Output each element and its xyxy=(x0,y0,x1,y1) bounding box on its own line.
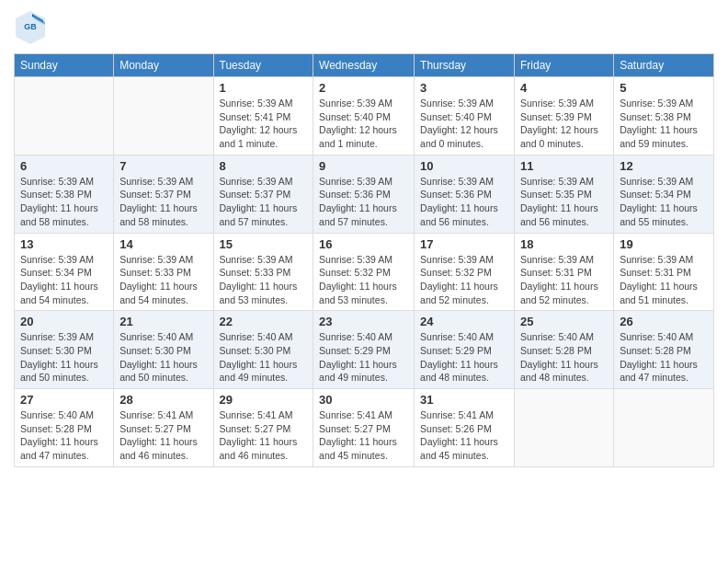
calendar-cell: 15Sunrise: 5:39 AM Sunset: 5:33 PM Dayli… xyxy=(213,233,313,311)
calendar-cell: 28Sunrise: 5:41 AM Sunset: 5:27 PM Dayli… xyxy=(114,389,213,467)
calendar-week-row: 1Sunrise: 5:39 AM Sunset: 5:41 PM Daylig… xyxy=(15,77,714,155)
day-of-week-header: Saturday xyxy=(614,54,714,77)
day-info: Sunrise: 5:39 AM Sunset: 5:34 PM Dayligh… xyxy=(20,253,108,307)
calendar-cell xyxy=(614,389,714,467)
page-header: GB xyxy=(14,9,714,46)
day-number: 24 xyxy=(420,315,508,328)
day-info: Sunrise: 5:41 AM Sunset: 5:26 PM Dayligh… xyxy=(420,408,508,463)
day-number: 15 xyxy=(220,237,308,251)
calendar-cell: 1Sunrise: 5:39 AM Sunset: 5:41 PM Daylig… xyxy=(213,77,313,155)
day-number: 13 xyxy=(20,237,108,251)
day-info: Sunrise: 5:39 AM Sunset: 5:39 PM Dayligh… xyxy=(520,97,608,151)
day-info: Sunrise: 5:39 AM Sunset: 5:35 PM Dayligh… xyxy=(520,175,608,229)
day-info: Sunrise: 5:39 AM Sunset: 5:37 PM Dayligh… xyxy=(119,175,207,229)
day-number: 20 xyxy=(20,315,108,328)
day-of-week-header: Tuesday xyxy=(213,54,313,77)
day-info: Sunrise: 5:39 AM Sunset: 5:41 PM Dayligh… xyxy=(220,97,308,151)
calendar-cell: 26Sunrise: 5:40 AM Sunset: 5:28 PM Dayli… xyxy=(614,311,714,389)
day-info: Sunrise: 5:39 AM Sunset: 5:36 PM Dayligh… xyxy=(319,175,408,229)
calendar-cell: 25Sunrise: 5:40 AM Sunset: 5:28 PM Dayli… xyxy=(515,311,614,389)
day-number: 22 xyxy=(220,315,308,328)
calendar-cell: 29Sunrise: 5:41 AM Sunset: 5:27 PM Dayli… xyxy=(213,389,313,467)
calendar-cell xyxy=(515,389,614,467)
calendar-cell: 12Sunrise: 5:39 AM Sunset: 5:34 PM Dayli… xyxy=(614,155,714,233)
day-info: Sunrise: 5:40 AM Sunset: 5:30 PM Dayligh… xyxy=(119,330,207,385)
day-number: 10 xyxy=(420,159,508,173)
day-info: Sunrise: 5:39 AM Sunset: 5:40 PM Dayligh… xyxy=(420,97,508,151)
calendar-cell: 20Sunrise: 5:39 AM Sunset: 5:30 PM Dayli… xyxy=(15,311,114,389)
day-number: 11 xyxy=(520,159,608,173)
calendar-cell: 2Sunrise: 5:39 AM Sunset: 5:40 PM Daylig… xyxy=(313,77,415,155)
day-number: 27 xyxy=(20,393,108,407)
day-of-week-header: Wednesday xyxy=(313,54,415,77)
day-info: Sunrise: 5:40 AM Sunset: 5:29 PM Dayligh… xyxy=(420,330,508,385)
day-of-week-header: Monday xyxy=(114,54,213,77)
calendar-week-row: 6Sunrise: 5:39 AM Sunset: 5:38 PM Daylig… xyxy=(15,155,714,233)
day-info: Sunrise: 5:40 AM Sunset: 5:28 PM Dayligh… xyxy=(520,330,608,385)
calendar-cell xyxy=(114,77,213,155)
calendar-cell: 21Sunrise: 5:40 AM Sunset: 5:30 PM Dayli… xyxy=(114,311,213,389)
calendar-cell: 19Sunrise: 5:39 AM Sunset: 5:31 PM Dayli… xyxy=(614,233,714,311)
calendar-cell: 27Sunrise: 5:40 AM Sunset: 5:28 PM Dayli… xyxy=(15,389,114,467)
day-number: 28 xyxy=(119,393,207,407)
day-info: Sunrise: 5:40 AM Sunset: 5:28 PM Dayligh… xyxy=(20,408,108,463)
calendar-cell: 13Sunrise: 5:39 AM Sunset: 5:34 PM Dayli… xyxy=(15,233,114,311)
day-info: Sunrise: 5:39 AM Sunset: 5:34 PM Dayligh… xyxy=(620,175,708,229)
calendar-cell: 10Sunrise: 5:39 AM Sunset: 5:36 PM Dayli… xyxy=(415,155,515,233)
day-number: 8 xyxy=(220,159,308,173)
day-info: Sunrise: 5:40 AM Sunset: 5:28 PM Dayligh… xyxy=(620,330,708,385)
day-number: 7 xyxy=(119,159,207,173)
day-number: 25 xyxy=(520,315,608,328)
day-info: Sunrise: 5:39 AM Sunset: 5:31 PM Dayligh… xyxy=(520,253,608,307)
day-number: 26 xyxy=(620,315,708,328)
calendar-cell xyxy=(15,77,114,155)
day-info: Sunrise: 5:41 AM Sunset: 5:27 PM Dayligh… xyxy=(319,408,408,463)
day-info: Sunrise: 5:41 AM Sunset: 5:27 PM Dayligh… xyxy=(220,408,308,463)
calendar-cell: 5Sunrise: 5:39 AM Sunset: 5:38 PM Daylig… xyxy=(614,77,714,155)
day-info: Sunrise: 5:39 AM Sunset: 5:32 PM Dayligh… xyxy=(319,253,408,307)
calendar-cell: 17Sunrise: 5:39 AM Sunset: 5:32 PM Dayli… xyxy=(415,233,515,311)
calendar-cell: 23Sunrise: 5:40 AM Sunset: 5:29 PM Dayli… xyxy=(313,311,415,389)
day-number: 4 xyxy=(520,81,608,95)
logo: GB xyxy=(14,9,49,46)
day-number: 9 xyxy=(319,159,408,173)
day-number: 3 xyxy=(420,81,508,95)
day-number: 1 xyxy=(220,81,308,95)
calendar-cell: 30Sunrise: 5:41 AM Sunset: 5:27 PM Dayli… xyxy=(313,389,415,467)
day-of-week-header: Friday xyxy=(515,54,614,77)
day-number: 18 xyxy=(520,237,608,251)
calendar-cell: 8Sunrise: 5:39 AM Sunset: 5:37 PM Daylig… xyxy=(213,155,313,233)
calendar-cell: 4Sunrise: 5:39 AM Sunset: 5:39 PM Daylig… xyxy=(515,77,614,155)
calendar-header-row: SundayMondayTuesdayWednesdayThursdayFrid… xyxy=(15,54,714,77)
day-info: Sunrise: 5:40 AM Sunset: 5:29 PM Dayligh… xyxy=(319,330,408,385)
day-number: 30 xyxy=(319,393,408,407)
day-info: Sunrise: 5:39 AM Sunset: 5:36 PM Dayligh… xyxy=(420,175,508,229)
day-info: Sunrise: 5:39 AM Sunset: 5:33 PM Dayligh… xyxy=(220,253,308,307)
day-number: 12 xyxy=(620,159,708,173)
calendar-cell: 6Sunrise: 5:39 AM Sunset: 5:38 PM Daylig… xyxy=(15,155,114,233)
logo-icon: GB xyxy=(14,9,47,46)
day-info: Sunrise: 5:41 AM Sunset: 5:27 PM Dayligh… xyxy=(119,408,207,463)
day-number: 14 xyxy=(119,237,207,251)
day-number: 31 xyxy=(420,393,508,407)
day-info: Sunrise: 5:39 AM Sunset: 5:38 PM Dayligh… xyxy=(620,97,708,151)
day-info: Sunrise: 5:39 AM Sunset: 5:40 PM Dayligh… xyxy=(319,97,408,151)
calendar-week-row: 13Sunrise: 5:39 AM Sunset: 5:34 PM Dayli… xyxy=(15,233,714,311)
day-number: 17 xyxy=(420,237,508,251)
calendar-table: SundayMondayTuesdayWednesdayThursdayFrid… xyxy=(14,53,714,467)
calendar-week-row: 20Sunrise: 5:39 AM Sunset: 5:30 PM Dayli… xyxy=(15,311,714,389)
svg-text:GB: GB xyxy=(24,22,37,31)
day-number: 29 xyxy=(220,393,308,407)
calendar-week-row: 27Sunrise: 5:40 AM Sunset: 5:28 PM Dayli… xyxy=(15,389,714,467)
day-number: 21 xyxy=(119,315,207,328)
day-info: Sunrise: 5:39 AM Sunset: 5:30 PM Dayligh… xyxy=(20,330,108,385)
calendar-cell: 7Sunrise: 5:39 AM Sunset: 5:37 PM Daylig… xyxy=(114,155,213,233)
day-of-week-header: Thursday xyxy=(415,54,515,77)
day-info: Sunrise: 5:39 AM Sunset: 5:33 PM Dayligh… xyxy=(119,253,207,307)
day-number: 5 xyxy=(620,81,708,95)
day-number: 19 xyxy=(620,237,708,251)
calendar-cell: 31Sunrise: 5:41 AM Sunset: 5:26 PM Dayli… xyxy=(415,389,515,467)
calendar-cell: 16Sunrise: 5:39 AM Sunset: 5:32 PM Dayli… xyxy=(313,233,415,311)
calendar-cell: 11Sunrise: 5:39 AM Sunset: 5:35 PM Dayli… xyxy=(515,155,614,233)
day-number: 6 xyxy=(20,159,108,173)
